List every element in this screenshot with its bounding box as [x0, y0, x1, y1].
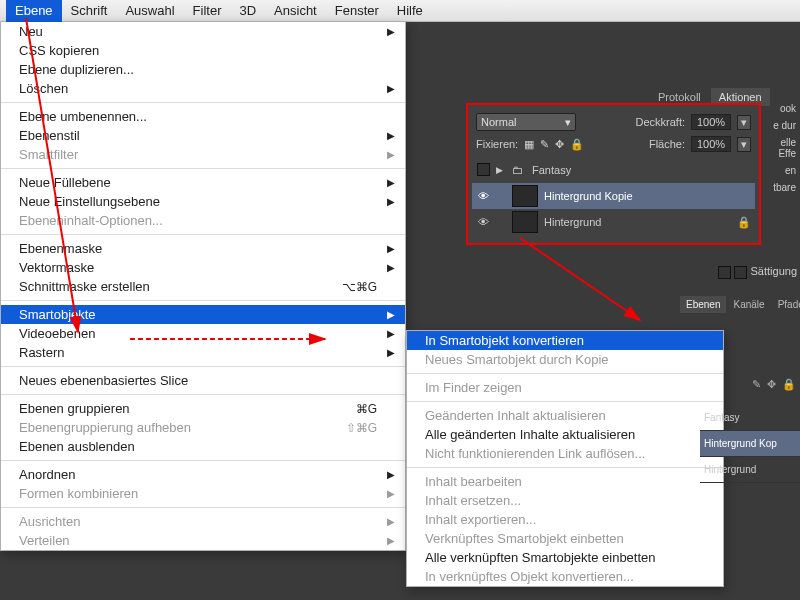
layer-group-row[interactable]: ▶ 🗀 Fantasy [472, 157, 755, 183]
submenu-item: Im Finder zeigen [407, 378, 723, 397]
opacity-value[interactable]: 100% [691, 114, 731, 130]
menu-item[interactable]: Ebene duplizieren... [1, 60, 405, 79]
menu-item: Ebeneninhalt-Optionen... [1, 211, 405, 230]
submenu-arrow-icon: ▶ [387, 347, 395, 358]
layer-row[interactable]: Hintergrund Kop [700, 431, 800, 457]
ebene-dropdown: Neu▶CSS kopierenEbene duplizieren...Lösc… [0, 22, 406, 551]
menu-item[interactable]: Ebenenstil▶ [1, 126, 405, 145]
submenu-item[interactable]: Alle verknüpften Smartobjekte einbetten [407, 548, 723, 567]
submenu-arrow-icon: ▶ [387, 243, 395, 254]
menu-item[interactable]: Schnittmaske erstellen⌥⌘G [1, 277, 405, 296]
layer-row[interactable]: 👁 Hintergrund 🔒 [472, 209, 755, 235]
blend-row: Normal▾ Deckkraft: 100% ▾ [472, 111, 755, 133]
menu-fenster[interactable]: Fenster [326, 0, 388, 22]
menu-item[interactable]: Vektormaske▶ [1, 258, 405, 277]
fill-value[interactable]: 100% [691, 136, 731, 152]
checkbox[interactable] [718, 266, 731, 279]
tab-pfade[interactable]: Pfade [772, 296, 800, 313]
menu-item[interactable]: Neue Einstellungsebene▶ [1, 192, 405, 211]
checkbox[interactable] [734, 266, 747, 279]
submenu-arrow-icon: ▶ [387, 177, 395, 188]
layer-row[interactable]: 👁 Hintergrund Kopie [472, 183, 755, 209]
tab-ebenen[interactable]: Ebenen [680, 296, 726, 313]
menu-3d[interactable]: 3D [230, 0, 265, 22]
layers-panel-tabs: Ebenen Kanäle Pfade [680, 296, 800, 313]
menu-item[interactable]: CSS kopieren [1, 41, 405, 60]
menu-hilfe[interactable]: Hilfe [388, 0, 432, 22]
submenu-arrow-icon: ▶ [387, 469, 395, 480]
menu-item[interactable]: Löschen▶ [1, 79, 405, 98]
layer-row[interactable]: Fantasy [700, 405, 800, 431]
layer-thumbnail[interactable] [512, 185, 538, 207]
submenu-arrow-icon: ▶ [387, 309, 395, 320]
tab-kanaele[interactable]: Kanäle [727, 296, 770, 313]
menu-item[interactable]: Ebenen ausblenden [1, 437, 405, 456]
submenu-item: Inhalt ersetzen... [407, 491, 723, 510]
menu-item: Smartfilter▶ [1, 145, 405, 164]
smartobjekte-submenu: In Smartobjekt konvertierenNeues Smartob… [406, 330, 724, 587]
menu-item[interactable]: Videoebenen▶ [1, 324, 405, 343]
menu-item[interactable]: Ebene umbenennen... [1, 107, 405, 126]
menu-schrift[interactable]: Schrift [62, 0, 117, 22]
lock-move-icon[interactable]: ✥ [555, 138, 564, 151]
menu-item[interactable]: Anordnen▶ [1, 465, 405, 484]
opacity-dropdown[interactable]: ▾ [737, 115, 751, 130]
submenu-item[interactable]: Alle geänderten Inhalte aktualisieren [407, 425, 723, 444]
menu-ansicht[interactable]: Ansicht [265, 0, 326, 22]
visibility-eye-icon[interactable]: 👁 [476, 190, 490, 202]
lock-brush-icon[interactable]: ✎ [540, 138, 549, 151]
right-panel-fragments: ook e dur elle Effe en tbare [762, 100, 800, 196]
submenu-arrow-icon: ▶ [387, 262, 395, 273]
layer-name: Fantasy [532, 164, 571, 176]
layers-panel: Normal▾ Deckkraft: 100% ▾ Fixieren: ▦ ✎ … [466, 103, 761, 245]
layers-panel-secondary: Fantasy Hintergrund Kop Hintergrund [700, 405, 800, 483]
lock-row: Fixieren: ▦ ✎ ✥ 🔒 Fläche: 100% ▾ [472, 133, 755, 155]
submenu-arrow-icon: ▶ [387, 516, 395, 527]
lock-move-icon[interactable]: ✥ [767, 378, 776, 391]
menu-item[interactable]: Ebenen gruppieren⌘G [1, 399, 405, 418]
lock-brush-icon[interactable]: ✎ [752, 378, 761, 391]
menu-item[interactable]: Ebenenmaske▶ [1, 239, 405, 258]
submenu-item: Inhalt exportieren... [407, 510, 723, 529]
menu-item[interactable]: Neue Füllebene▶ [1, 173, 405, 192]
submenu-arrow-icon: ▶ [387, 83, 395, 94]
menu-item[interactable]: Neu▶ [1, 22, 405, 41]
lock-label: Fixieren: [476, 138, 518, 150]
submenu-arrow-icon: ▶ [387, 196, 395, 207]
fill-label: Fläche: [649, 138, 685, 150]
fill-dropdown[interactable]: ▾ [737, 137, 751, 152]
menu-filter[interactable]: Filter [184, 0, 231, 22]
lock-transparency-icon[interactable]: ▦ [524, 138, 534, 151]
submenu-item: Inhalt bearbeiten [407, 472, 723, 491]
submenu-item: Geänderten Inhalt aktualisieren [407, 406, 723, 425]
lock-all-icon[interactable]: 🔒 [570, 138, 584, 151]
blend-mode-select[interactable]: Normal▾ [476, 113, 576, 131]
layer-thumbnail[interactable] [512, 211, 538, 233]
opacity-label: Deckkraft: [635, 116, 685, 128]
submenu-item[interactable]: In Smartobjekt konvertieren [407, 331, 723, 350]
disclosure-triangle-icon[interactable]: ▶ [496, 165, 506, 175]
submenu-arrow-icon: ▶ [387, 130, 395, 141]
lock-all-icon[interactable]: 🔒 [782, 378, 796, 391]
svg-line-2 [520, 238, 640, 320]
submenu-arrow-icon: ▶ [387, 535, 395, 546]
menu-ebene[interactable]: Ebene [6, 0, 62, 22]
lock-icon: 🔒 [737, 216, 751, 229]
menu-auswahl[interactable]: Auswahl [116, 0, 183, 22]
layer-list: ▶ 🗀 Fantasy 👁 Hintergrund Kopie 👁 Hinter… [472, 155, 755, 237]
submenu-arrow-icon: ▶ [387, 488, 395, 499]
submenu-item: Verknüpftes Smartobjekt einbetten [407, 529, 723, 548]
menu-item[interactable]: Rastern▶ [1, 343, 405, 362]
lock-toolbar: ✎ ✥ 🔒 [716, 378, 796, 391]
menubar: Ebene Schrift Auswahl Filter 3D Ansicht … [0, 0, 800, 22]
visibility-eye-icon[interactable]: 👁 [476, 216, 490, 228]
menu-item: Ausrichten▶ [1, 512, 405, 531]
visibility-checkbox[interactable] [477, 163, 490, 176]
menu-item[interactable]: Neues ebenenbasiertes Slice [1, 371, 405, 390]
layer-name: Hintergrund [544, 216, 601, 228]
submenu-item: Nicht funktionierenden Link auflösen... [407, 444, 723, 463]
layer-row[interactable]: Hintergrund [700, 457, 800, 483]
menu-item[interactable]: Smartobjekte▶ [1, 305, 405, 324]
submenu-arrow-icon: ▶ [387, 26, 395, 37]
menu-item: Formen kombinieren▶ [1, 484, 405, 503]
